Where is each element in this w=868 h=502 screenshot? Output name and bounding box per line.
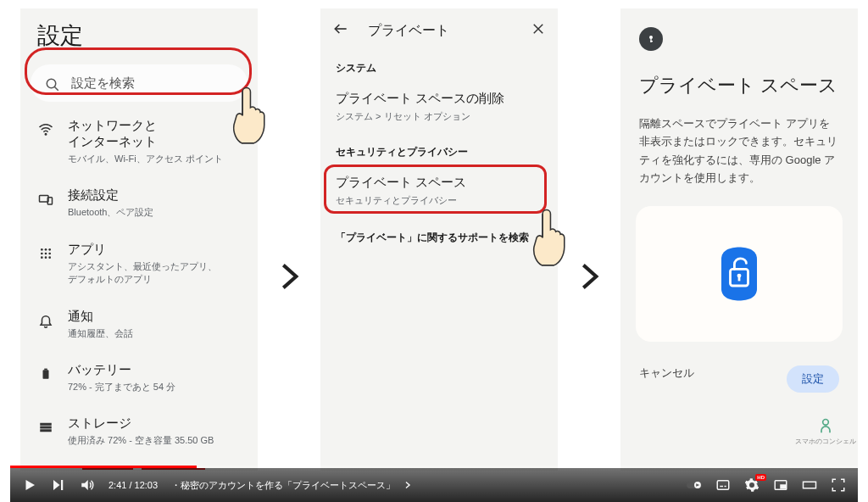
apps-icon <box>37 245 54 262</box>
page-title: 設定 <box>20 8 258 59</box>
setting-sub: Bluetooth、ペア設定 <box>68 206 153 219</box>
search-help-link[interactable]: 「プライベート」に関するサポートを検索 <box>320 219 558 257</box>
cancel-button[interactable]: キャンセル <box>639 365 694 393</box>
search-input[interactable]: 設定を検索 <box>31 64 248 102</box>
setting-sub: 使用済み 72% - 空き容量 35.50 GB <box>68 434 214 447</box>
chevron-right-icon <box>571 76 607 477</box>
video-controls: 2:41 / 12:03 ・秘密のアカウントを作る「プライベートスペース」 HD <box>10 468 858 502</box>
item-title: プライベート スペース <box>336 175 542 191</box>
settings-button[interactable]: HD <box>744 477 760 493</box>
svg-rect-16 <box>40 423 52 426</box>
chevron-right-icon <box>271 76 307 477</box>
setting-sub: アシスタント、最近使ったアプリ、 デフォルトのアプリ <box>68 260 217 287</box>
setting-connected[interactable]: 接続設定 Bluetooth、ペア設定 <box>20 176 258 230</box>
setting-network[interactable]: ネットワークと インターネット モバイル、Wi-Fi、アクセス ポイント <box>20 107 258 176</box>
svg-rect-14 <box>43 370 49 379</box>
result-delete-private-space[interactable]: プライベート スペースの削除 システム > リセット オプション <box>320 82 558 135</box>
svg-rect-3 <box>40 196 49 203</box>
setting-notifications[interactable]: 通知 通知履歴、会話 <box>20 298 258 351</box>
svg-point-6 <box>45 248 47 251</box>
play-button[interactable] <box>22 477 37 493</box>
search-placeholder: 設定を検索 <box>71 75 135 92</box>
setting-sub: モバイル、Wi-Fi、アクセス ポイント <box>68 153 223 165</box>
svg-point-2 <box>45 134 47 136</box>
svg-rect-24 <box>650 41 653 42</box>
search-results-panel: プライベート システム プライベート スペースの削除 システム > リセット オ… <box>320 8 558 471</box>
svg-rect-41 <box>804 482 816 488</box>
shield-key-icon <box>639 27 663 51</box>
setting-title: ネットワークと インターネット <box>68 118 223 150</box>
setting-title: バッテリー <box>68 362 175 378</box>
svg-point-11 <box>41 256 43 259</box>
private-space-setup-panel: プライベート スペース 隔離スペースでプライベート アプリを非表示またはロックで… <box>620 8 858 471</box>
section-header: システム <box>320 51 558 82</box>
bell-icon <box>37 312 54 329</box>
svg-marker-30 <box>53 480 60 490</box>
svg-point-13 <box>48 256 51 259</box>
setting-apps[interactable]: アプリ アシスタント、最近使ったアプリ、 デフォルトのアプリ <box>20 231 258 298</box>
svg-point-10 <box>48 252 51 254</box>
chapter-title[interactable]: ・秘密のアカウントを作る「プライベートスペース」 <box>171 479 395 492</box>
settings-panel: 設定 設定を検索 ネットワークと インターネット モバイル、Wi-Fi、アクセス… <box>20 8 258 471</box>
setup-button[interactable]: 設定 <box>787 365 839 393</box>
page-title: プライベート スペース <box>639 73 839 99</box>
hd-badge: HD <box>755 474 766 481</box>
setting-battery[interactable]: バッテリー 72% - 完了まであと 54 分 <box>20 351 258 404</box>
svg-rect-27 <box>738 276 741 281</box>
svg-rect-40 <box>781 485 785 488</box>
svg-point-28 <box>823 420 829 426</box>
chevron-right-icon[interactable] <box>400 477 415 493</box>
svg-marker-32 <box>81 480 88 490</box>
theater-button[interactable] <box>802 477 817 493</box>
close-icon[interactable] <box>531 21 546 40</box>
next-button[interactable] <box>51 477 66 493</box>
svg-marker-29 <box>26 480 36 490</box>
autoplay-toggle[interactable] <box>687 477 702 493</box>
result-private-space[interactable]: プライベート スペース セキュリティとプライバシー <box>320 166 558 219</box>
devices-icon <box>37 191 54 208</box>
description-text: 隔離スペースでプライベート アプリを非表示またはロックできます。セキュリティを強… <box>620 114 858 187</box>
svg-point-5 <box>41 248 43 251</box>
svg-rect-15 <box>44 369 47 371</box>
svg-rect-17 <box>40 427 52 429</box>
volume-button[interactable] <box>80 477 95 493</box>
search-query: プライベート <box>368 22 449 40</box>
setting-sub: 通知履歴、会話 <box>68 327 133 340</box>
back-icon[interactable] <box>332 20 349 41</box>
illustration-card <box>636 206 843 342</box>
unlock-icon <box>709 244 769 304</box>
miniplayer-button[interactable] <box>773 477 788 493</box>
setting-title: アプリ <box>68 242 217 258</box>
svg-rect-18 <box>40 430 52 432</box>
svg-rect-31 <box>61 480 63 490</box>
setting-storage[interactable]: ストレージ 使用済み 72% - 空き容量 35.50 GB <box>20 404 258 458</box>
watermark: スマホのコンシェル <box>795 417 856 446</box>
svg-point-7 <box>48 248 51 251</box>
storage-icon <box>37 419 54 436</box>
svg-line-1 <box>54 86 58 91</box>
setting-title: 通知 <box>68 309 133 325</box>
fullscreen-button[interactable] <box>831 477 846 493</box>
svg-point-8 <box>41 252 43 254</box>
item-sub: システム > リセット オプション <box>336 110 542 123</box>
section-header: セキュリティとプライバシー <box>320 135 558 166</box>
search-icon <box>44 76 61 93</box>
item-title: プライベート スペースの削除 <box>336 91 542 107</box>
wifi-icon <box>37 121 54 138</box>
time-display: 2:41 / 12:03 <box>108 480 158 490</box>
battery-icon <box>37 365 54 382</box>
svg-rect-36 <box>717 481 729 490</box>
setting-title: 接続設定 <box>68 187 153 204</box>
setting-sub: 72% - 完了まであと 54 分 <box>68 381 175 393</box>
subtitles-button[interactable] <box>715 477 731 493</box>
svg-point-9 <box>45 252 47 254</box>
svg-point-0 <box>47 79 56 88</box>
svg-point-12 <box>45 256 47 259</box>
tutorial-content: 設定 設定を検索 ネットワークと インターネット モバイル、Wi-Fi、アクセス… <box>10 8 858 477</box>
item-sub: セキュリティとプライバシー <box>336 194 542 207</box>
setting-title: ストレージ <box>68 416 214 432</box>
